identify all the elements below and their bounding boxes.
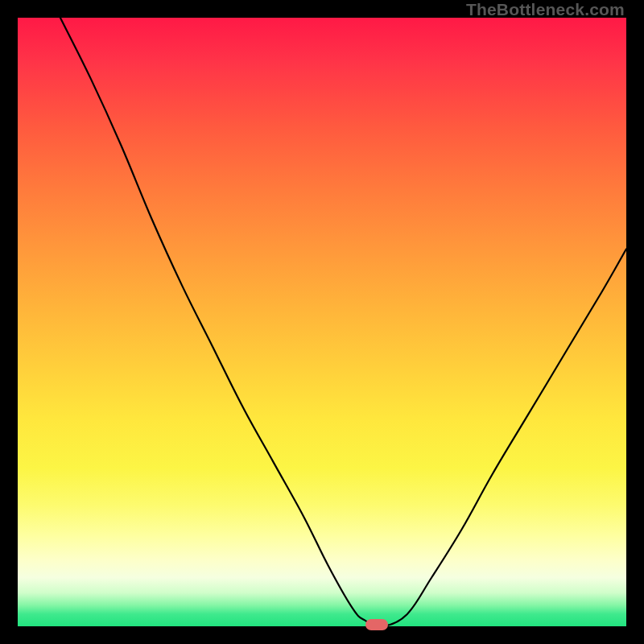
- plot-area: [18, 18, 626, 626]
- chart-frame: TheBottleneck.com: [0, 0, 644, 644]
- watermark-text: TheBottleneck.com: [466, 0, 625, 19]
- bottleneck-curve: [18, 18, 626, 626]
- optimal-marker: [365, 619, 388, 630]
